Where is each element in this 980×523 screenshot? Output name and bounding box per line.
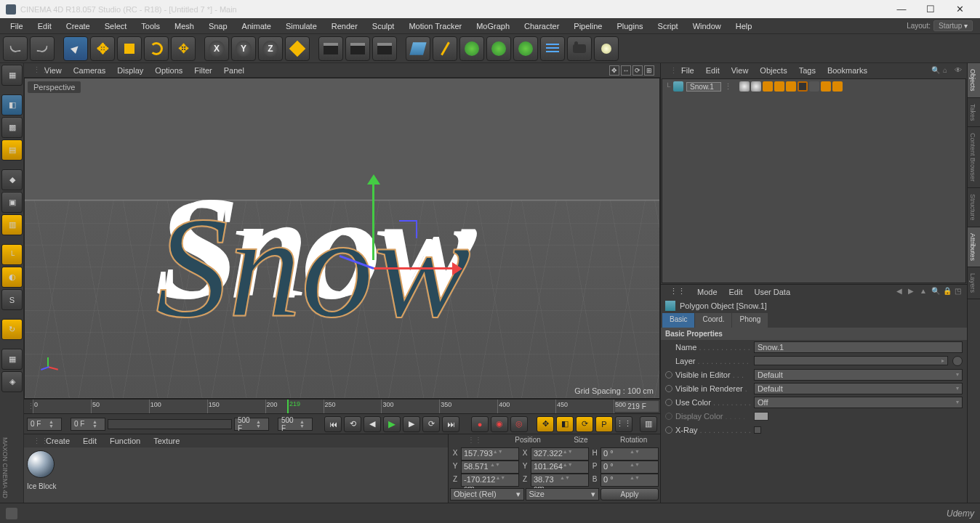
om-menu-view[interactable]: View <box>726 65 755 76</box>
viewport[interactable]: Snow Perspective Grid Spacing : 100 cm <box>24 78 660 399</box>
up-icon[interactable]: ▲ <box>920 287 929 296</box>
next-key-button[interactable]: ⟳ <box>422 416 440 432</box>
menu-mograph[interactable]: MoGraph <box>469 20 517 33</box>
name-field[interactable]: Snow.1 <box>754 341 963 353</box>
tag-icon[interactable] <box>809 81 819 92</box>
tag-icon[interactable] <box>763 81 773 92</box>
menu-character[interactable]: Character <box>517 20 566 33</box>
new-icon[interactable]: ◳ <box>955 287 964 296</box>
rotation-field[interactable]: 0 °▲▼ <box>601 461 659 474</box>
key-pos-button[interactable]: ✥ <box>537 416 554 432</box>
size-field[interactable]: 38.73 cm▲▼ <box>531 474 589 487</box>
use-color-dropdown[interactable]: Off▾ <box>754 397 963 408</box>
layer-field[interactable]: ▸ <box>754 356 948 365</box>
vp-toggle-icon[interactable]: ⊞ <box>644 65 654 76</box>
start-frame-field[interactable]: 0 F▲▼ <box>27 418 62 431</box>
add-deformer-button[interactable] <box>486 36 511 61</box>
timeline-ruler[interactable]: ⋮⋮ 050100150200250300350400450500219 219… <box>24 399 660 413</box>
object-row[interactable]: └ Snow.1 ⋮ <box>662 79 965 94</box>
goto-start-button[interactable]: ⏮ <box>324 416 342 432</box>
position-field[interactable]: 58.571 cm▲▼ <box>461 461 519 474</box>
rtab-attributes[interactable]: Attributes <box>968 227 980 267</box>
record-button[interactable]: ● <box>471 416 489 432</box>
key-rot-button[interactable]: ⟳ <box>576 416 593 432</box>
attr-menu-mode[interactable]: Mode <box>691 286 723 298</box>
maximize-button[interactable]: ☐ <box>916 1 945 17</box>
add-light-button[interactable] <box>594 36 619 61</box>
interactive-workplane-button[interactable]: ◈ <box>1 371 23 392</box>
add-floor-button[interactable] <box>540 36 565 61</box>
menu-pipeline[interactable]: Pipeline <box>566 20 609 33</box>
add-generator-button[interactable] <box>459 36 484 61</box>
anim-dot-icon[interactable] <box>665 385 672 392</box>
prev-icon[interactable]: ◀ <box>896 287 906 296</box>
snap-button[interactable]: S <box>1 289 23 310</box>
recent-tool-button[interactable]: ✥ <box>171 36 196 61</box>
menu-snap[interactable]: Snap <box>201 20 235 33</box>
coord-mode-dropdown[interactable]: Object (Rel)▾ <box>450 488 524 500</box>
tag-icon[interactable] <box>751 81 761 92</box>
vp-menu-view[interactable]: View <box>39 65 68 76</box>
visible-renderer-dropdown[interactable]: Default▾ <box>754 383 963 394</box>
menu-motiontracker[interactable]: Motion Tracker <box>401 20 469 33</box>
menu-window[interactable]: Window <box>686 20 728 33</box>
rtab-objects[interactable]: Objects <box>968 63 980 98</box>
layer-options-icon[interactable] <box>952 356 963 366</box>
menu-script[interactable]: Script <box>651 20 686 33</box>
minimize-button[interactable]: — <box>887 1 916 17</box>
position-field[interactable]: -170.212 cm▲▼ <box>461 474 519 487</box>
position-field[interactable]: 157.793 cm▲▼ <box>461 447 519 461</box>
range-start-field[interactable]: 0 F▲▼ <box>71 418 105 431</box>
coord-system-button[interactable] <box>285 36 310 61</box>
rotate-tool-button[interactable] <box>144 36 169 61</box>
move-tool-button[interactable]: ✥ <box>90 36 115 61</box>
live-select-button[interactable] <box>63 36 88 61</box>
attr-menu-edit[interactable]: Edit <box>723 286 749 298</box>
vp-menu-filter[interactable]: Filter <box>188 65 217 76</box>
x-axis-button[interactable]: X <box>204 36 229 61</box>
attr-menu-userdata[interactable]: User Data <box>749 286 797 298</box>
rtab-takes[interactable]: Takes <box>968 98 980 128</box>
grip-icon[interactable]: ⋮⋮ <box>27 436 39 447</box>
add-spline-button[interactable] <box>433 36 457 61</box>
grip-icon[interactable]: ⋮⋮ <box>664 65 675 77</box>
menu-simulate[interactable]: Simulate <box>278 20 324 33</box>
render-view-button[interactable] <box>318 36 343 61</box>
anim-dot-icon[interactable] <box>665 413 672 420</box>
home-icon[interactable]: ⌂ <box>943 66 952 76</box>
grip-icon[interactable]: ⋮⋮ <box>449 434 502 447</box>
key-scale-button[interactable]: ◧ <box>556 416 574 432</box>
points-mode-button[interactable]: ◆ <box>1 169 23 190</box>
size-field[interactable]: 101.264 cm▲▼ <box>531 461 589 474</box>
next-frame-button[interactable]: ▶ <box>403 416 420 432</box>
edges-mode-button[interactable]: ▣ <box>1 192 23 213</box>
menu-help[interactable]: Help <box>728 20 760 33</box>
planar-workplane-button[interactable]: ▦ <box>1 349 23 370</box>
eye-icon[interactable]: 👁 <box>955 66 964 76</box>
z-axis-button[interactable]: Z <box>258 36 283 61</box>
menu-render[interactable]: Render <box>324 20 365 33</box>
vp-orbit-icon[interactable]: ⟳ <box>632 65 643 76</box>
object-name-field[interactable]: Snow.1 <box>686 82 721 92</box>
redo-button[interactable] <box>30 36 55 61</box>
texture-mode-button[interactable]: ▩ <box>1 117 23 138</box>
vp-menu-panel[interactable]: Panel <box>218 65 250 76</box>
tab-phong[interactable]: Phong <box>732 313 768 328</box>
tag-icon[interactable] <box>739 81 750 92</box>
om-menu-edit[interactable]: Edit <box>700 65 726 76</box>
play-button[interactable]: ▶ <box>383 416 401 432</box>
menu-create[interactable]: Create <box>59 20 97 33</box>
prev-frame-button[interactable]: ◀ <box>364 416 381 432</box>
size-field[interactable]: 327.322 cm▲▼ <box>531 447 589 461</box>
prev-key-button[interactable]: ⟲ <box>344 416 361 432</box>
search-icon[interactable]: 🔍 <box>931 287 941 296</box>
menu-plugins[interactable]: Plugins <box>609 20 650 33</box>
menu-sculpt[interactable]: Sculpt <box>365 20 402 33</box>
search-icon[interactable]: 🔍 <box>931 66 941 76</box>
goto-end-button[interactable]: ⏭ <box>442 416 459 432</box>
rotation-field[interactable]: 0 °▲▼ <box>601 474 659 487</box>
tag-icon[interactable] <box>821 81 831 92</box>
move-gizmo[interactable] <box>359 180 388 267</box>
close-button[interactable]: ✕ <box>945 1 974 17</box>
make-editable-button[interactable]: ▦ <box>1 65 23 86</box>
